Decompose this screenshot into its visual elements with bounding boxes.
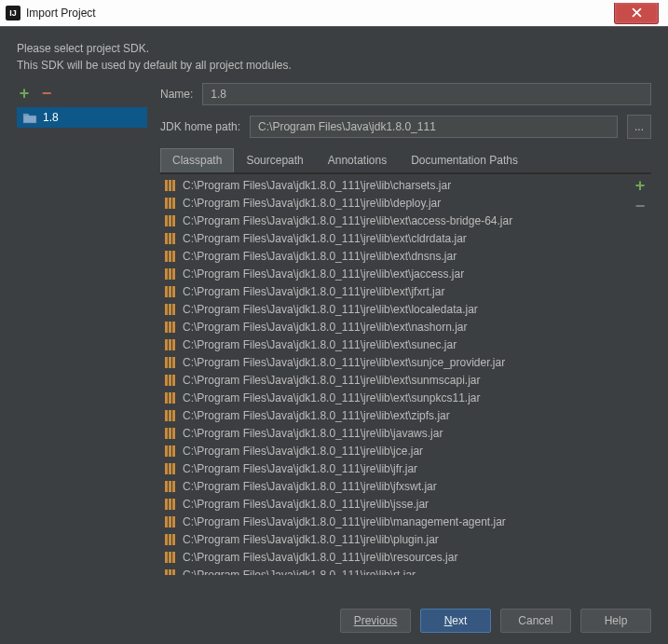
- next-button[interactable]: Next: [420, 609, 491, 633]
- classpath-entry[interactable]: C:\Program Files\Java\jdk1.8.0_111\jre\l…: [160, 265, 629, 282]
- classpath-entry[interactable]: C:\Program Files\Java\jdk1.8.0_111\jre\l…: [160, 477, 629, 495]
- svg-rect-50: [172, 463, 175, 474]
- classpath-entry-path: C:\Program Files\Java\jdk1.8.0_111\jre\l…: [183, 250, 457, 263]
- classpath-entry[interactable]: C:\Program Files\Java\jdk1.8.0_111\jre\l…: [160, 353, 629, 371]
- titlebar: IJ Import Project: [0, 0, 668, 27]
- classpath-entry[interactable]: C:\Program Files\Java\jdk1.8.0_111\jre\l…: [160, 530, 629, 548]
- remove-sdk-button[interactable]: −: [39, 86, 54, 101]
- classpath-entry[interactable]: C:\Program Files\Java\jdk1.8.0_111\jre\l…: [160, 566, 629, 575]
- svg-rect-53: [172, 481, 175, 492]
- classpath-entry[interactable]: C:\Program Files\Java\jdk1.8.0_111\jre\l…: [160, 282, 629, 300]
- svg-rect-29: [172, 339, 175, 350]
- tab-classpath[interactable]: Classpath: [160, 148, 234, 172]
- previous-button[interactable]: Previous: [340, 609, 411, 633]
- svg-rect-26: [172, 322, 175, 333]
- svg-rect-12: [165, 251, 168, 262]
- classpath-entry-path: C:\Program Files\Java\jdk1.8.0_111\jre\l…: [183, 551, 457, 564]
- svg-rect-3: [165, 198, 168, 209]
- svg-rect-48: [165, 463, 168, 474]
- classpath-entry-path: C:\Program Files\Java\jdk1.8.0_111\jre\l…: [183, 321, 467, 334]
- classpath-entry[interactable]: C:\Program Files\Java\jdk1.8.0_111\jre\l…: [160, 336, 629, 353]
- svg-rect-44: [172, 428, 175, 439]
- jar-icon: [164, 515, 177, 528]
- classpath-entry[interactable]: C:\Program Files\Java\jdk1.8.0_111\jre\l…: [160, 229, 629, 247]
- svg-rect-6: [165, 215, 168, 226]
- svg-rect-8: [172, 215, 175, 226]
- svg-rect-14: [172, 251, 175, 262]
- classpath-entry[interactable]: C:\Program Files\Java\jdk1.8.0_111\jre\l…: [160, 318, 629, 336]
- sdk-tree[interactable]: 1.8: [17, 107, 147, 128]
- close-button[interactable]: [614, 3, 659, 24]
- classpath-entry[interactable]: C:\Program Files\Java\jdk1.8.0_111\jre\l…: [160, 424, 629, 442]
- svg-rect-31: [169, 357, 171, 368]
- tabs: Classpath Sourcepath Annotations Documen…: [160, 148, 651, 173]
- svg-rect-7: [169, 215, 171, 226]
- classpath-entry[interactable]: C:\Program Files\Java\jdk1.8.0_111\jre\l…: [160, 548, 629, 566]
- classpath-entry[interactable]: C:\Program Files\Java\jdk1.8.0_111\jre\l…: [160, 513, 629, 530]
- add-classpath-button[interactable]: +: [633, 178, 648, 193]
- jar-icon: [164, 551, 177, 564]
- classpath-entry-path: C:\Program Files\Java\jdk1.8.0_111\jre\l…: [183, 179, 451, 192]
- classpath-entry[interactable]: C:\Program Files\Java\jdk1.8.0_111\jre\l…: [160, 389, 629, 406]
- svg-rect-20: [172, 286, 175, 297]
- svg-rect-32: [172, 357, 175, 368]
- jar-icon: [164, 533, 177, 546]
- window: IJ Import Project Please select project …: [0, 0, 668, 644]
- add-sdk-button[interactable]: +: [17, 86, 32, 101]
- svg-rect-65: [172, 552, 175, 563]
- classpath-list[interactable]: C:\Program Files\Java\jdk1.8.0_111\jre\l…: [160, 174, 629, 575]
- help-button[interactable]: Help: [580, 609, 651, 633]
- svg-rect-47: [172, 445, 175, 457]
- jar-icon: [164, 232, 177, 245]
- classpath-entry[interactable]: C:\Program Files\Java\jdk1.8.0_111\jre\l…: [160, 406, 629, 424]
- browse-button[interactable]: ...: [627, 115, 651, 139]
- tab-annotations[interactable]: Annotations: [316, 148, 399, 172]
- home-path-input[interactable]: [250, 116, 618, 138]
- jar-icon: [164, 214, 177, 227]
- cancel-button[interactable]: Cancel: [500, 609, 571, 633]
- svg-rect-45: [165, 445, 168, 457]
- classpath-entry-path: C:\Program Files\Java\jdk1.8.0_111\jre\l…: [183, 462, 417, 475]
- classpath-entry-path: C:\Program Files\Java\jdk1.8.0_111\jre\l…: [183, 285, 444, 298]
- svg-rect-40: [169, 410, 171, 421]
- sdk-list-panel: + − 1.8: [17, 83, 147, 575]
- svg-rect-38: [172, 392, 175, 404]
- svg-rect-11: [172, 233, 175, 244]
- classpath-entry[interactable]: C:\Program Files\Java\jdk1.8.0_111\jre\l…: [160, 459, 629, 477]
- svg-rect-59: [172, 516, 175, 528]
- remove-classpath-button[interactable]: −: [633, 199, 648, 213]
- classpath-entry[interactable]: C:\Program Files\Java\jdk1.8.0_111\jre\l…: [160, 247, 629, 265]
- tab-documentation-paths[interactable]: Documentation Paths: [399, 148, 530, 172]
- svg-rect-0: [165, 180, 168, 191]
- svg-rect-64: [169, 552, 171, 563]
- sdk-tree-item[interactable]: 1.8: [17, 107, 147, 128]
- classpath-entry[interactable]: C:\Program Files\Java\jdk1.8.0_111\jre\l…: [160, 194, 629, 212]
- footer-buttons: Previous Next Cancel Help: [340, 609, 651, 633]
- svg-rect-25: [169, 322, 171, 333]
- jar-icon: [164, 197, 177, 210]
- classpath-entry[interactable]: C:\Program Files\Java\jdk1.8.0_111\jre\l…: [160, 371, 629, 389]
- svg-rect-61: [169, 534, 171, 545]
- svg-rect-41: [172, 410, 175, 421]
- svg-rect-67: [169, 569, 171, 576]
- svg-rect-43: [169, 428, 171, 439]
- classpath-entry[interactable]: C:\Program Files\Java\jdk1.8.0_111\jre\l…: [160, 176, 629, 194]
- svg-rect-19: [169, 286, 171, 297]
- classpath-entry[interactable]: C:\Program Files\Java\jdk1.8.0_111\jre\l…: [160, 212, 629, 229]
- svg-rect-18: [165, 286, 168, 297]
- classpath-entry[interactable]: C:\Program Files\Java\jdk1.8.0_111\jre\l…: [160, 442, 629, 459]
- classpath-entry[interactable]: C:\Program Files\Java\jdk1.8.0_111\jre\l…: [160, 495, 629, 513]
- close-icon: [632, 7, 642, 18]
- app-icon: IJ: [6, 6, 20, 21]
- classpath-entry-path: C:\Program Files\Java\jdk1.8.0_111\jre\l…: [183, 356, 505, 369]
- tab-sourcepath[interactable]: Sourcepath: [234, 148, 315, 172]
- classpath-entry[interactable]: C:\Program Files\Java\jdk1.8.0_111\jre\l…: [160, 300, 629, 318]
- classpath-entry-path: C:\Program Files\Java\jdk1.8.0_111\jre\l…: [183, 480, 437, 493]
- svg-rect-2: [172, 180, 175, 191]
- svg-rect-66: [165, 569, 168, 576]
- svg-rect-46: [169, 445, 171, 457]
- classpath-entry-path: C:\Program Files\Java\jdk1.8.0_111\jre\l…: [183, 409, 450, 422]
- classpath-entry-path: C:\Program Files\Java\jdk1.8.0_111\jre\l…: [183, 338, 457, 351]
- svg-rect-49: [169, 463, 171, 474]
- name-input[interactable]: [202, 83, 651, 105]
